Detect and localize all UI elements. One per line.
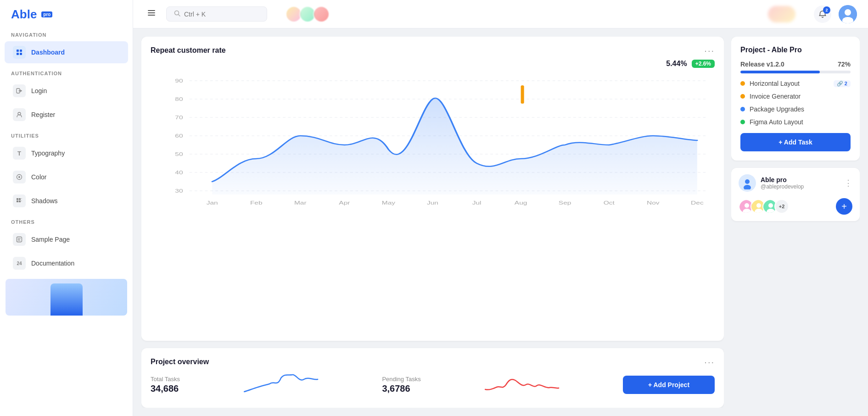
sidebar-item-typography[interactable]: T Typography bbox=[5, 142, 128, 164]
svg-rect-13 bbox=[21, 198, 22, 199]
svg-rect-10 bbox=[19, 198, 21, 200]
sidebar-item-dashboard[interactable]: Dashboard bbox=[5, 41, 128, 63]
sidebar-item-label: Login bbox=[31, 87, 47, 94]
others-section-label: OTHERS bbox=[0, 213, 133, 227]
line-chart-svg: 90 80 70 60 50 40 30 Jan Feb Mar Apr May… bbox=[151, 72, 715, 209]
search-icon bbox=[174, 10, 180, 18]
svg-text:Sep: Sep bbox=[559, 200, 571, 205]
sidebar-item-sample-page[interactable]: Sample Page bbox=[5, 228, 128, 250]
sidebar-item-label: Typography bbox=[31, 150, 65, 157]
main-column: Repeat customer rate ··· 5.44% +2.6% bbox=[141, 37, 724, 408]
progress-bar-fill bbox=[740, 71, 820, 73]
task-item: Horizontal Layout 🔗 2 bbox=[740, 80, 851, 87]
total-tasks-block: Total Tasks 34,686 bbox=[151, 376, 180, 394]
svg-text:80: 80 bbox=[175, 96, 183, 102]
svg-point-8 bbox=[18, 176, 20, 178]
svg-rect-50 bbox=[521, 85, 524, 104]
project-overview-title: Project overview bbox=[151, 358, 209, 366]
svg-text:Nov: Nov bbox=[647, 200, 660, 205]
add-member-button[interactable]: + bbox=[836, 198, 852, 215]
total-tasks-mini-chart bbox=[195, 371, 367, 399]
sidebar-item-shadows[interactable]: Shadows bbox=[5, 190, 128, 212]
chart-more-button[interactable]: ··· bbox=[704, 46, 715, 55]
user-card-more-button[interactable]: ⋮ bbox=[844, 178, 852, 188]
topbar-avatar-group bbox=[286, 6, 330, 22]
svg-text:Mar: Mar bbox=[294, 200, 307, 205]
user-card-row: Able pro @ableprodevelop ⋮ bbox=[731, 168, 860, 198]
sidebar-item-login[interactable]: Login bbox=[5, 80, 128, 102]
sidebar-item-documentation[interactable]: 24 Documentation bbox=[5, 252, 128, 274]
project-overview-more-button[interactable]: ··· bbox=[704, 357, 715, 366]
add-task-button[interactable]: + Add Task bbox=[740, 133, 851, 151]
topbar-deco bbox=[768, 6, 795, 22]
sidebar: Able pro NAVIGATION Dashboard AUTHENTICA… bbox=[0, 0, 133, 416]
documentation-icon: 24 bbox=[13, 257, 26, 270]
user-profile-card: Able pro @ableprodevelop ⋮ bbox=[731, 168, 860, 221]
pending-tasks-value: 3,6786 bbox=[382, 383, 420, 394]
svg-text:Apr: Apr bbox=[339, 200, 350, 205]
nav-section-label: NAVIGATION bbox=[0, 26, 133, 40]
typography-icon: T bbox=[13, 147, 26, 160]
notification-badge: 2 bbox=[823, 6, 830, 14]
add-project-button[interactable]: + Add Project bbox=[623, 376, 715, 394]
search-bar[interactable] bbox=[166, 6, 267, 22]
sidebar-promo bbox=[6, 279, 127, 316]
svg-text:70: 70 bbox=[175, 115, 183, 120]
task-link-badge: 🔗 2 bbox=[834, 80, 851, 87]
main-area: 2 Repeat customer rate ··· 5.44% +2.6% bbox=[133, 0, 868, 416]
total-tasks-value: 34,686 bbox=[151, 383, 180, 394]
svg-text:Oct: Oct bbox=[604, 200, 615, 205]
svg-text:Aug: Aug bbox=[515, 200, 527, 205]
user-card-avatar bbox=[739, 174, 756, 192]
task-item: Figma Auto Layout bbox=[740, 118, 851, 126]
project-title: Project - Able Pro bbox=[740, 46, 802, 54]
project-overview-card: Project overview ··· Total Tasks 34,686 … bbox=[141, 348, 724, 408]
shadows-icon bbox=[13, 194, 26, 207]
svg-rect-11 bbox=[17, 200, 18, 202]
svg-rect-9 bbox=[17, 198, 18, 200]
svg-text:Jun: Jun bbox=[427, 200, 438, 205]
svg-rect-12 bbox=[19, 200, 21, 202]
chart-value: 5.44% bbox=[666, 60, 687, 68]
total-tasks-label: Total Tasks bbox=[151, 376, 180, 383]
color-icon bbox=[13, 171, 26, 183]
svg-rect-1 bbox=[20, 50, 22, 52]
menu-toggle-button[interactable] bbox=[144, 6, 159, 22]
task-name: Package Upgrades bbox=[750, 105, 851, 113]
svg-text:Feb: Feb bbox=[250, 200, 263, 205]
svg-point-22 bbox=[845, 9, 851, 16]
svg-rect-14 bbox=[21, 200, 22, 201]
svg-text:40: 40 bbox=[175, 170, 183, 175]
project-able-pro-header: Project - Able Pro bbox=[740, 46, 851, 54]
sidebar-promo-image bbox=[50, 283, 83, 316]
register-icon bbox=[13, 108, 26, 121]
right-column: Project - Able Pro Release v1.2.0 72% Ho… bbox=[731, 37, 860, 408]
sidebar-item-label: Color bbox=[31, 173, 46, 181]
task-list: Horizontal Layout 🔗 2 Invoice Generator … bbox=[740, 80, 851, 126]
topbar: 2 bbox=[133, 0, 868, 28]
logo: Able pro bbox=[0, 0, 133, 26]
pending-tasks-block: Pending Tasks 3,6786 bbox=[382, 376, 420, 394]
chart-area: 90 80 70 60 50 40 30 Jan Feb Mar Apr May… bbox=[151, 72, 715, 209]
svg-rect-2 bbox=[17, 53, 19, 55]
svg-text:Jan: Jan bbox=[207, 200, 218, 205]
search-input[interactable] bbox=[184, 11, 248, 18]
notification-button[interactable]: 2 bbox=[814, 6, 831, 23]
release-label: Release v1.2.0 bbox=[740, 61, 784, 68]
svg-text:50: 50 bbox=[175, 151, 183, 157]
user-avatar[interactable] bbox=[839, 5, 857, 23]
task-name: Invoice Generator bbox=[750, 93, 851, 100]
dashboard-icon bbox=[13, 46, 26, 59]
svg-text:Dec: Dec bbox=[691, 200, 704, 205]
sidebar-item-label: Register bbox=[31, 111, 55, 118]
sidebar-item-color[interactable]: Color bbox=[5, 166, 128, 188]
svg-rect-3 bbox=[20, 53, 22, 55]
sidebar-item-label: Documentation bbox=[31, 260, 74, 267]
user-card-handle: @ableprodevelop bbox=[761, 183, 840, 190]
task-item: Package Upgrades bbox=[740, 105, 851, 113]
sidebar-item-register[interactable]: Register bbox=[5, 104, 128, 126]
chart-card-header: Repeat customer rate ··· bbox=[151, 46, 715, 55]
svg-point-58 bbox=[756, 203, 761, 208]
svg-text:30: 30 bbox=[175, 188, 183, 194]
svg-line-20 bbox=[179, 15, 180, 17]
